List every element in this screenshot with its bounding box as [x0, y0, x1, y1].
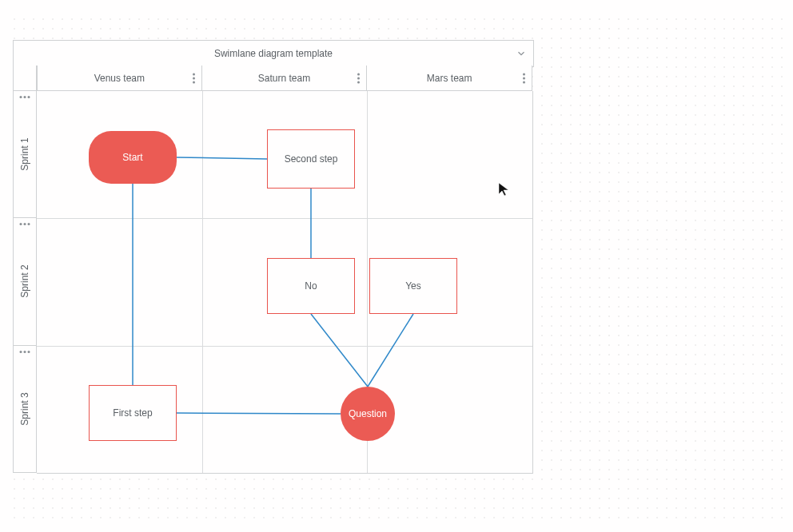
- more-icon[interactable]: [20, 96, 30, 98]
- grid-divider-vertical: [202, 91, 203, 473]
- kebab-icon[interactable]: [357, 73, 360, 83]
- node-label: Yes: [405, 280, 421, 292]
- column-label: Mars team: [427, 73, 472, 84]
- kebab-icon[interactable]: [193, 73, 195, 83]
- node-first-step[interactable]: First step: [89, 385, 177, 441]
- node-start[interactable]: Start: [89, 131, 177, 184]
- more-icon[interactable]: [20, 223, 30, 225]
- node-label: Question: [349, 408, 387, 419]
- diagram-title: Swimlane diagram template: [214, 48, 333, 59]
- column-header-mars[interactable]: Mars team: [367, 66, 532, 91]
- column-label: Venus team: [94, 73, 145, 84]
- grid-divider-horizontal: [37, 218, 532, 219]
- node-label: No: [305, 280, 317, 292]
- node-yes[interactable]: Yes: [369, 258, 457, 314]
- node-label: Second step: [285, 153, 338, 165]
- grid-divider-horizontal: [37, 346, 532, 347]
- row-label: Sprint 2: [19, 265, 30, 298]
- node-label: First step: [113, 407, 152, 419]
- row-headers: Sprint 1 Sprint 2 Sprint 3: [13, 66, 37, 473]
- column-headers: Venus team Saturn team Mars team: [37, 66, 532, 91]
- row-header-sprint-2[interactable]: Sprint 2: [13, 218, 37, 345]
- node-label: Start: [122, 152, 142, 163]
- column-header-saturn[interactable]: Saturn team: [202, 66, 368, 91]
- row-header-sprint-1[interactable]: Sprint 1: [13, 91, 37, 218]
- row-label: Sprint 3: [19, 392, 30, 425]
- more-icon[interactable]: [20, 351, 30, 353]
- node-second-step[interactable]: Second step: [267, 129, 355, 189]
- column-label: Saturn team: [258, 73, 310, 84]
- node-no[interactable]: No: [267, 258, 355, 314]
- column-header-venus[interactable]: Venus team: [37, 66, 202, 91]
- grid-corner: [13, 66, 37, 91]
- chevron-down-icon[interactable]: [514, 46, 528, 61]
- kebab-icon[interactable]: [523, 73, 525, 83]
- row-header-sprint-3[interactable]: Sprint 3: [13, 346, 37, 473]
- diagram-title-bar[interactable]: Swimlane diagram template: [13, 40, 534, 67]
- row-label: Sprint 1: [19, 137, 30, 170]
- node-question[interactable]: Question: [341, 387, 395, 441]
